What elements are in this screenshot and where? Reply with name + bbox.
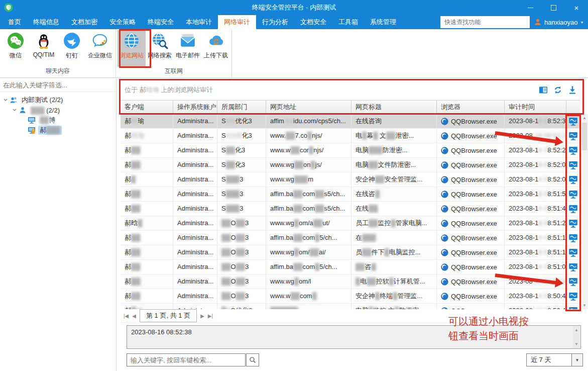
view-screen-button[interactable] [566,231,580,245]
menu-tab[interactable]: 安全策略 [103,15,142,29]
last-page-button[interactable]: ▶| [208,313,213,319]
table-row[interactable]: 郝█瑜Administr...█SO优化3██████电脑█监控 文█防泄密QQ… [121,304,580,309]
cell-url: affim.ba██com██s5/ch... [266,202,351,216]
column-header[interactable]: 网页标题 [351,101,437,114]
tree-filter-input[interactable] [0,78,116,92]
close-button[interactable]: × [565,0,588,15]
view-screen-button[interactable] [566,158,580,172]
table-scrollbar[interactable]: ▲ ▼ [580,114,588,309]
view-screen-button[interactable] [566,187,580,201]
table-row[interactable]: 郝晗█Administra...██O██3www.wg█om/a██ut/员工… [121,216,580,231]
search-button[interactable] [246,353,259,366]
cell-page-title: 安企神██安全管理监... [351,172,437,187]
scroll-up-icon[interactable]: ▲ [581,114,588,122]
detail-scrollbar[interactable]: ▲ ▼ [573,326,580,348]
ribbon-button-cloud[interactable]: 上传下载 [202,30,230,67]
view-screen-button[interactable] [566,114,580,128]
cell-department: S███3 [217,202,266,216]
scroll-down-icon[interactable]: ▼ [581,302,588,309]
view-screen-button[interactable] [566,289,580,303]
view-screen-button[interactable] [566,202,580,216]
cell-client: 郝██ [121,187,173,201]
table-row[interactable]: 郝晗瑜Administra...SEO优化3www.██7.co█njs/电█幕… [121,129,580,143]
menu-tab[interactable]: 文档安全 [294,15,332,29]
quick-search-input[interactable] [440,16,530,28]
cell-client: 郝█瑜 [121,304,173,309]
table-row[interactable]: 郝██Administra...██O██3www.wg█om/██ai/员██… [121,245,580,260]
column-header[interactable]: 客户端 [121,101,173,114]
view-screen-button[interactable] [566,274,580,289]
menu-tab[interactable]: 行为分析 [256,15,294,29]
ribbon-button-qq[interactable]: QQ/TIM [30,30,58,67]
menu-tab[interactable]: 终端安全 [142,15,180,29]
ribbon-button-wecom[interactable]: 企业微信 [86,30,114,67]
view-screen-button[interactable] [566,129,580,143]
column-header[interactable]: 审计时间 [505,101,566,114]
tree-node[interactable]: ███ (2/2) [0,105,116,115]
view-screen-button[interactable] [566,172,580,187]
cell-department: █SO优化3 [217,304,266,309]
scrollbar-thumb[interactable] [582,123,587,150]
menu-tab[interactable]: 系统管理 [364,15,402,29]
user-menu[interactable]: hanxiaoyao ▼ [534,15,583,29]
keyword-search-input[interactable] [127,353,246,366]
table-row[interactable]: 郝██Administra...S███3affim.ba██com██s5/c… [121,202,580,216]
ribbon-button-websearch[interactable]: 网络搜索 [146,30,174,67]
first-page-button[interactable]: |◀ [124,313,129,319]
view-screen-button[interactable] [566,216,580,230]
dropdown-button[interactable]: ▼ [571,354,582,366]
columns-icon[interactable] [539,85,548,95]
column-header[interactable]: 所属部门 [217,101,266,114]
table-row[interactable]: 郝██Administra...██O██3affim.ba██com█5/ch… [121,231,580,245]
table-row[interactable]: 郝██Administra...S███3affim.ba██com██s5/c… [121,187,580,202]
menu-tab[interactable]: 首页 [2,15,27,29]
table-row[interactable]: 郝██Administra...██O██3www.w██com█安企神█终端█… [121,289,580,304]
expander-icon[interactable] [3,98,8,103]
next-page-button[interactable]: ▶ [200,313,204,319]
column-header[interactable]: 浏览器 [437,101,505,114]
view-screen-button[interactable] [566,143,580,157]
table-row[interactable]: 郝██Administra...S██化3www.wg██on█js/电脑██文… [121,158,580,172]
menu-bar: 首页终端信息文档加密安全策略终端安全本地审计网络审计行为分析文档安全工具箱系统管… [0,15,588,29]
minimize-button[interactable] [519,0,542,15]
column-header[interactable]: 网页地址 [266,101,351,114]
column-header[interactable]: 操作系统账户 [173,101,217,114]
scroll-up-icon[interactable]: ▲ [573,326,580,334]
view-screen-button[interactable] [566,260,580,274]
menu-tab[interactable]: 文档加密 [65,15,103,29]
ribbon-button-globe[interactable]: 浏览网站 [117,30,146,67]
ribbon-button-email[interactable]: 电子邮件 [174,30,202,67]
user-icon [534,18,542,26]
view-screen-button[interactable] [566,304,580,309]
prev-page-button[interactable]: ◀ [132,313,136,319]
tree-node[interactable]: ██博 [0,115,116,125]
table-row[interactable]: 郝█Administra...S███3www.wg███m安企神██安全管理监… [121,172,580,187]
cell-browser: QQBrowser.exe [437,274,505,289]
cell-page-title: ██咨█ [351,260,437,274]
download-icon[interactable] [568,85,577,95]
scroll-down-icon[interactable]: ▼ [573,340,580,348]
ribbon-button-wechat[interactable]: 微信 [2,30,30,67]
cell-client: 郝██ [121,231,173,245]
tree-node[interactable]: 内部测试 (2/2) [0,95,116,105]
expander-icon[interactable] [12,108,17,113]
ribbon-button-dingtalk[interactable]: 钉钉 [58,30,86,67]
refresh-icon[interactable] [553,85,562,95]
table-row[interactable]: 郝██Administra...██O██3www.wg█om/l█电██控软█… [121,274,580,289]
column-header[interactable] [566,101,580,114]
cell-browser: QQBrowser.exe [437,158,505,172]
menu-tab[interactable]: 终端信息 [27,15,65,29]
cell-account: Administra... [173,143,217,157]
table-row[interactable]: 郝晗瑜Administra...SEO优化3affim.baidu.com/cp… [121,114,580,129]
menu-tab[interactable]: 工具箱 [332,15,364,29]
view-screen-button[interactable] [566,245,580,259]
tree-node[interactable]: 郝███ [0,125,116,135]
table-row[interactable]: 郝██Administra...S██化3www.w██cor█njs/电脑██… [121,143,580,158]
menu-tab[interactable]: 本地审计 [180,15,218,29]
maximize-button[interactable] [542,0,565,15]
table-row[interactable]: 郝██Administra...██O██3affim.ba██com█5/ch… [121,260,580,274]
menu-tab[interactable]: 网络审计 [218,15,256,29]
cell-account: Administra... [173,260,217,274]
date-range-select[interactable]: 近 7 天 ▼ [526,353,583,366]
cell-client: 郝晗瑜 [121,114,173,128]
